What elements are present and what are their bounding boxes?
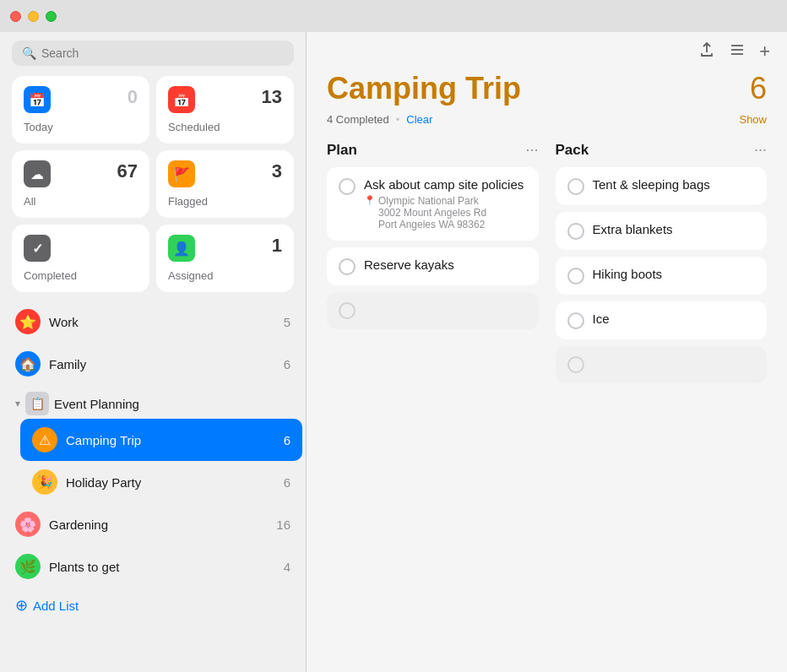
completed-text: 4 Completed: [327, 113, 389, 126]
today-icon: 📅: [24, 86, 51, 113]
lists-section: ⭐ Work 5 🏠 Family 6 ▾ 📋 Event Planning: [0, 301, 306, 672]
list-item-camping-trip[interactable]: ⚠ Camping Trip 6: [20, 419, 302, 461]
task-name-1: Ask about camp site policies: [364, 177, 527, 192]
task-checkbox-5[interactable]: [567, 268, 584, 285]
family-icon: 🏠: [15, 351, 41, 377]
task-checkbox-6[interactable]: [567, 312, 584, 329]
all-icon: ☁: [24, 160, 51, 187]
show-button[interactable]: Show: [739, 113, 767, 126]
sidebar: 🔍 📅 0 Today 📅 13: [0, 32, 307, 672]
list-meta: 4 Completed • Clear Show: [327, 113, 767, 126]
task-reserve-kayaks[interactable]: Reserve kayaks: [327, 247, 539, 285]
task-content-6: Ice: [593, 312, 756, 326]
camping-trip-count: 6: [284, 433, 290, 447]
plan-column: Plan ··· Ask about camp site policies 📍 …: [327, 141, 539, 390]
minimize-button[interactable]: [28, 11, 39, 22]
family-count: 6: [284, 357, 290, 371]
search-bar[interactable]: 🔍: [12, 41, 294, 66]
title-bar: [0, 0, 787, 32]
placeholder-circle-plan: [339, 302, 356, 319]
scheduled-icon: 📅: [168, 86, 195, 113]
list-item-work[interactable]: ⭐ Work 5: [3, 301, 302, 343]
task-checkbox-3[interactable]: [567, 178, 584, 195]
list-view-button[interactable]: [729, 41, 746, 62]
work-icon: ⭐: [15, 309, 41, 334]
group-icon: 📋: [25, 392, 49, 415]
add-task-button[interactable]: +: [759, 41, 770, 62]
scheduled-count: 13: [262, 86, 282, 108]
completed-label: Completed: [24, 269, 138, 282]
plan-column-header: Plan ···: [327, 141, 539, 159]
gardening-count: 16: [276, 518, 290, 532]
pack-column-header: Pack ···: [556, 141, 768, 159]
task-checkbox-1[interactable]: [339, 178, 356, 195]
list-item-plants-to-get[interactable]: 🌿 Plants to get 4: [3, 545, 302, 588]
task-content-2: Reserve kayaks: [364, 257, 527, 272]
task-checkbox-2[interactable]: [339, 258, 356, 275]
add-list-button[interactable]: ⊕ Add List: [3, 588, 302, 623]
placeholder-circle-pack: [567, 356, 584, 373]
plants-to-get-count: 4: [284, 560, 290, 574]
smart-list-all[interactable]: ☁ 67 All: [12, 150, 149, 218]
clear-button[interactable]: Clear: [406, 113, 432, 126]
today-count: 0: [128, 86, 138, 108]
pack-more-button[interactable]: ···: [754, 141, 767, 159]
task-content-4: Extra blankets: [593, 222, 756, 236]
list-count-badge: 6: [750, 71, 767, 106]
smart-lists-grid: 📅 0 Today 📅 13 Scheduled ☁: [0, 76, 306, 301]
task-ask-camp-site[interactable]: Ask about camp site policies 📍 Olympic N…: [327, 167, 539, 241]
task-columns: Plan ··· Ask about camp site policies 📍 …: [327, 141, 767, 390]
task-content-1: Ask about camp site policies 📍 Olympic N…: [364, 177, 527, 230]
task-name-3: Tent & sleeping bags: [593, 177, 756, 192]
task-placeholder-pack[interactable]: [556, 346, 768, 383]
separator: •: [396, 113, 400, 126]
task-hiking-boots[interactable]: Hiking boots: [556, 257, 768, 295]
task-name-6: Ice: [593, 312, 756, 326]
camping-trip-icon: ⚠: [32, 427, 57, 453]
smart-list-scheduled[interactable]: 📅 13 Scheduled: [156, 76, 294, 144]
task-ice[interactable]: Ice: [556, 301, 768, 339]
work-count: 5: [284, 315, 290, 329]
list-header: Camping Trip 6: [327, 71, 767, 106]
holiday-party-count: 6: [284, 475, 290, 490]
plan-more-button[interactable]: ···: [525, 141, 538, 159]
work-label: Work: [49, 315, 275, 329]
search-icon: 🔍: [22, 46, 36, 60]
task-tent-sleeping-bags[interactable]: Tent & sleeping bags: [556, 167, 768, 205]
smart-list-today[interactable]: 📅 0 Today: [12, 76, 149, 144]
plan-column-title: Plan: [327, 142, 357, 159]
task-name-4: Extra blankets: [593, 222, 756, 236]
task-name-5: Hiking boots: [593, 267, 756, 281]
add-icon: ⊕: [15, 596, 28, 615]
smart-list-flagged[interactable]: 🚩 3 Flagged: [156, 150, 294, 218]
group-event-planning-label: Event Planning: [54, 397, 139, 411]
add-list-label: Add List: [33, 599, 79, 613]
completed-icon: ✓: [24, 235, 51, 262]
smart-list-assigned[interactable]: 👤 1 Assigned: [156, 225, 294, 292]
location-icon: 📍: [364, 195, 376, 206]
task-checkbox-4[interactable]: [567, 223, 584, 240]
plants-icon: 🌿: [15, 554, 41, 579]
list-item-family[interactable]: 🏠 Family 6: [3, 343, 302, 385]
search-input[interactable]: [41, 46, 284, 60]
close-button[interactable]: [10, 11, 21, 22]
assigned-count: 1: [272, 235, 282, 257]
list-item-gardening[interactable]: 🌸 Gardening 16: [3, 503, 302, 545]
task-location-1: 📍 Olympic National Park3002 Mount Angele…: [364, 195, 527, 230]
task-placeholder-plan[interactable]: [327, 292, 539, 329]
content-area: Camping Trip 6 4 Completed • Clear Show …: [307, 71, 787, 672]
task-content-5: Hiking boots: [593, 267, 756, 281]
task-extra-blankets[interactable]: Extra blankets: [556, 212, 768, 250]
plants-to-get-label: Plants to get: [49, 560, 275, 574]
location-text-1: Olympic National Park3002 Mount Angeles …: [378, 195, 486, 230]
share-button[interactable]: [698, 41, 715, 62]
flagged-label: Flagged: [168, 195, 282, 208]
fullscreen-button[interactable]: [46, 11, 57, 22]
traffic-lights: [10, 11, 57, 22]
smart-list-completed[interactable]: ✓ Completed: [12, 225, 149, 292]
group-event-planning-header[interactable]: ▾ 📋 Event Planning: [3, 385, 302, 419]
list-item-holiday-party[interactable]: 🎉 Holiday Party 6: [20, 461, 302, 503]
holiday-party-icon: 🎉: [32, 469, 57, 495]
assigned-icon: 👤: [168, 235, 195, 262]
app-container: 🔍 📅 0 Today 📅 13: [0, 32, 787, 672]
